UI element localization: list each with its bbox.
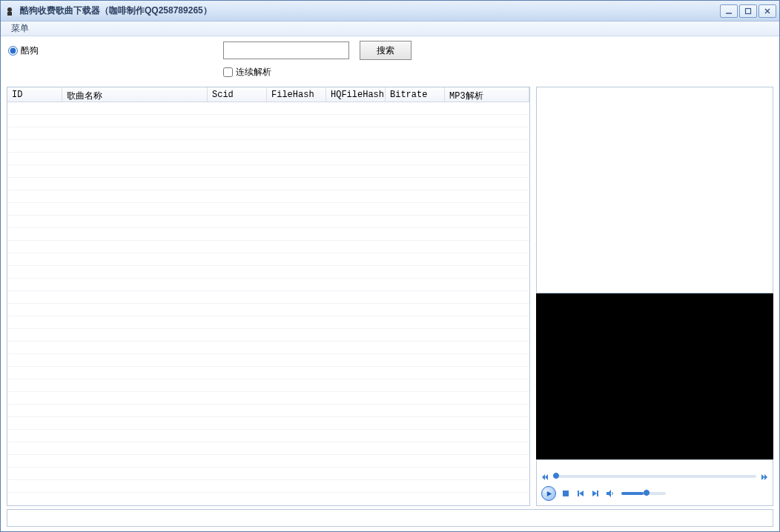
table-row[interactable]: [7, 140, 529, 153]
seek-thumb[interactable]: [553, 473, 559, 479]
table-row[interactable]: [7, 442, 529, 455]
table-header-row: ID 歌曲名称 Scid FileHash HQFileHash Bitrate…: [7, 87, 529, 102]
menubar: 菜单: [1, 21, 779, 36]
close-button[interactable]: [758, 4, 776, 18]
svg-rect-1: [7, 12, 12, 16]
statusbar: [7, 509, 773, 527]
table-row[interactable]: [7, 165, 529, 178]
search-panel: 酷狗 搜索 连续解析: [1, 36, 779, 87]
svg-rect-15: [597, 491, 598, 496]
table-row[interactable]: [7, 392, 529, 405]
table-row[interactable]: [7, 430, 529, 442]
seek-bar-row: [541, 471, 768, 482]
right-panel: [536, 87, 773, 506]
table-row[interactable]: [7, 266, 529, 279]
table-body[interactable]: [7, 102, 529, 505]
window-controls: [720, 4, 776, 18]
media-player: [536, 459, 773, 506]
col-id[interactable]: ID: [7, 87, 62, 102]
app-window: 酷狗收费歌曲下载器（咖啡制作QQ258789265） 菜单 酷狗 搜索 连续解析…: [0, 0, 780, 532]
table-row[interactable]: [7, 216, 529, 228]
maximize-button[interactable]: [739, 4, 757, 18]
play-button[interactable]: [541, 486, 556, 501]
table-row[interactable]: [7, 153, 529, 165]
table-row[interactable]: [7, 115, 529, 127]
previous-button[interactable]: [575, 488, 586, 499]
table-row[interactable]: [7, 367, 529, 379]
table-row[interactable]: [7, 203, 529, 216]
next-button[interactable]: [590, 488, 601, 499]
col-mp3[interactable]: MP3解析: [445, 87, 529, 102]
table-row[interactable]: [7, 228, 529, 241]
table-row[interactable]: [7, 279, 529, 291]
search-input[interactable]: [223, 41, 349, 59]
svg-marker-14: [592, 491, 597, 496]
window-title: 酷狗收费歌曲下载器（咖啡制作QQ258789265）: [20, 4, 720, 17]
col-name[interactable]: 歌曲名称: [62, 87, 208, 102]
svg-marker-6: [542, 474, 545, 480]
stop-button[interactable]: [561, 488, 571, 499]
table-row[interactable]: [7, 329, 529, 342]
table-row[interactable]: [7, 342, 529, 354]
svg-marker-10: [546, 491, 551, 496]
titlebar[interactable]: 酷狗收费歌曲下载器（咖啡制作QQ258789265）: [1, 1, 779, 21]
menu-item-main[interactable]: 菜单: [5, 21, 35, 36]
svg-rect-11: [563, 491, 569, 496]
table-row[interactable]: [7, 102, 529, 115]
table-row[interactable]: [7, 178, 529, 190]
svg-point-0: [7, 7, 12, 12]
table-row[interactable]: [7, 468, 529, 480]
volume-slider[interactable]: [621, 492, 666, 495]
seek-track[interactable]: [553, 475, 756, 478]
svg-marker-9: [764, 474, 767, 480]
col-bitrate[interactable]: Bitrate: [386, 87, 445, 102]
table-row[interactable]: [7, 127, 529, 140]
kugou-radio[interactable]: [8, 46, 18, 56]
source-radio-kugou[interactable]: 酷狗: [8, 44, 223, 57]
svg-rect-12: [578, 491, 579, 496]
col-filehash[interactable]: FileHash: [267, 87, 326, 102]
results-table[interactable]: ID 歌曲名称 Scid FileHash HQFileHash Bitrate…: [7, 87, 530, 506]
continuous-parse-label: 连续解析: [236, 66, 271, 79]
table-row[interactable]: [7, 241, 529, 253]
table-row[interactable]: [7, 190, 529, 203]
volume-thumb[interactable]: [644, 490, 650, 496]
svg-marker-7: [545, 474, 548, 480]
table-row[interactable]: [7, 316, 529, 329]
table-row[interactable]: [7, 405, 529, 417]
rewind-icon[interactable]: [541, 473, 549, 480]
col-hqfilehash[interactable]: HQFileHash: [326, 87, 386, 102]
table-row[interactable]: [7, 253, 529, 266]
svg-marker-16: [607, 490, 611, 497]
col-scid[interactable]: Scid: [208, 87, 267, 102]
table-row[interactable]: [7, 455, 529, 468]
svg-rect-3: [746, 8, 751, 13]
table-row[interactable]: [7, 291, 529, 304]
video-panel: [536, 293, 773, 459]
lyrics-panel: [536, 87, 773, 293]
mute-button[interactable]: [605, 488, 615, 499]
table-row[interactable]: [7, 379, 529, 392]
volume-fill: [621, 492, 644, 495]
continuous-parse-checkbox[interactable]: [223, 67, 233, 77]
player-controls: [541, 485, 768, 502]
content-area: ID 歌曲名称 Scid FileHash HQFileHash Bitrate…: [1, 87, 779, 509]
fastforward-icon[interactable]: [761, 473, 768, 480]
search-button[interactable]: 搜索: [360, 41, 412, 60]
app-icon: [4, 5, 16, 17]
svg-marker-13: [579, 491, 584, 496]
table-row[interactable]: [7, 304, 529, 316]
table-row[interactable]: [7, 354, 529, 367]
svg-marker-8: [761, 474, 764, 480]
table-row[interactable]: [7, 417, 529, 430]
table-row[interactable]: [7, 480, 529, 493]
kugou-radio-label: 酷狗: [21, 44, 39, 57]
minimize-button[interactable]: [720, 4, 738, 18]
